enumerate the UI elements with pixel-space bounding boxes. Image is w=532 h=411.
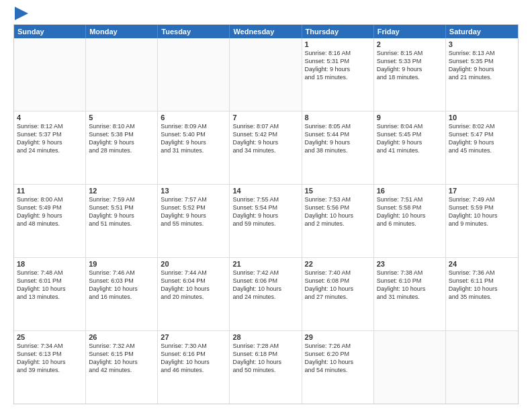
cell-text: Sunrise: 7:36 AM Sunset: 6:11 PM Dayligh… — [449, 269, 515, 302]
cell-text: Sunrise: 8:09 AM Sunset: 5:40 PM Dayligh… — [161, 122, 226, 155]
cell-text: Sunrise: 7:32 AM Sunset: 6:15 PM Dayligh… — [89, 342, 154, 375]
calendar-cell-3-6: 16Sunrise: 7:51 AM Sunset: 5:58 PM Dayli… — [374, 185, 446, 257]
day-number: 7 — [232, 113, 298, 122]
day-number: 17 — [449, 187, 515, 195]
calendar-cell-2-5: 8Sunrise: 8:05 AM Sunset: 5:44 PM Daylig… — [302, 111, 374, 184]
cell-text: Sunrise: 8:02 AM Sunset: 5:47 PM Dayligh… — [449, 122, 515, 155]
cell-text: Sunrise: 7:55 AM Sunset: 5:54 PM Dayligh… — [232, 195, 298, 228]
calendar-cell-5-5: 29Sunrise: 7:26 AM Sunset: 6:20 PM Dayli… — [302, 331, 374, 404]
day-number: 22 — [305, 260, 371, 268]
svg-marker-0 — [15, 7, 28, 20]
day-number: 23 — [377, 260, 443, 268]
cell-text: Sunrise: 8:05 AM Sunset: 5:44 PM Dayligh… — [305, 122, 371, 155]
calendar-header: SundayMondayTuesdayWednesdayThursdayFrid… — [14, 25, 518, 38]
cell-text: Sunrise: 7:42 AM Sunset: 6:06 PM Dayligh… — [232, 269, 298, 302]
calendar-cell-5-3: 27Sunrise: 7:30 AM Sunset: 6:16 PM Dayli… — [158, 331, 230, 404]
day-number: 1 — [305, 40, 371, 48]
cell-text: Sunrise: 7:34 AM Sunset: 6:13 PM Dayligh… — [17, 342, 83, 375]
day-number: 26 — [89, 333, 154, 341]
day-number: 21 — [232, 260, 298, 268]
calendar: SundayMondayTuesdayWednesdayThursdayFrid… — [13, 24, 519, 404]
cell-text: Sunrise: 7:26 AM Sunset: 6:20 PM Dayligh… — [305, 342, 371, 375]
calendar-cell-1-4 — [230, 38, 302, 111]
cell-text: Sunrise: 7:28 AM Sunset: 6:18 PM Dayligh… — [232, 342, 298, 375]
weekday-header-tuesday: Tuesday — [158, 25, 230, 38]
calendar-cell-4-4: 21Sunrise: 7:42 AM Sunset: 6:06 PM Dayli… — [230, 258, 302, 330]
cell-text: Sunrise: 7:40 AM Sunset: 6:08 PM Dayligh… — [305, 269, 371, 302]
day-number: 9 — [377, 113, 443, 122]
calendar-cell-5-2: 26Sunrise: 7:32 AM Sunset: 6:15 PM Dayli… — [86, 331, 158, 404]
header — [13, 12, 519, 17]
day-number: 11 — [17, 187, 83, 195]
day-number: 3 — [449, 40, 515, 48]
cell-text: Sunrise: 7:57 AM Sunset: 5:52 PM Dayligh… — [161, 195, 226, 228]
cell-text: Sunrise: 7:53 AM Sunset: 5:56 PM Dayligh… — [305, 195, 371, 228]
logo-icon — [15, 7, 28, 20]
calendar-row-1: 1Sunrise: 8:16 AM Sunset: 5:31 PM Daylig… — [14, 38, 518, 111]
day-number: 12 — [89, 187, 154, 195]
calendar-cell-3-2: 12Sunrise: 7:59 AM Sunset: 5:51 PM Dayli… — [86, 185, 158, 257]
calendar-cell-3-3: 13Sunrise: 7:57 AM Sunset: 5:52 PM Dayli… — [158, 185, 230, 257]
calendar-cell-1-3 — [158, 38, 230, 111]
calendar-cell-5-4: 28Sunrise: 7:28 AM Sunset: 6:18 PM Dayli… — [230, 331, 302, 404]
weekday-header-sunday: Sunday — [14, 25, 86, 38]
day-number: 14 — [232, 187, 298, 195]
calendar-row-5: 25Sunrise: 7:34 AM Sunset: 6:13 PM Dayli… — [14, 330, 518, 404]
day-number: 5 — [89, 113, 154, 122]
calendar-cell-5-1: 25Sunrise: 7:34 AM Sunset: 6:13 PM Dayli… — [14, 331, 86, 404]
cell-text: Sunrise: 7:59 AM Sunset: 5:51 PM Dayligh… — [89, 195, 154, 228]
calendar-cell-5-7 — [446, 331, 518, 404]
cell-text: Sunrise: 8:15 AM Sunset: 5:33 PM Dayligh… — [377, 49, 443, 82]
calendar-cell-2-6: 9Sunrise: 8:04 AM Sunset: 5:45 PM Daylig… — [374, 111, 446, 184]
calendar-cell-4-7: 24Sunrise: 7:36 AM Sunset: 6:11 PM Dayli… — [446, 258, 518, 330]
day-number: 24 — [449, 260, 515, 268]
calendar-cell-2-3: 6Sunrise: 8:09 AM Sunset: 5:40 PM Daylig… — [158, 111, 230, 184]
cell-text: Sunrise: 7:38 AM Sunset: 6:10 PM Dayligh… — [377, 269, 443, 302]
day-number: 27 — [161, 333, 226, 341]
calendar-cell-1-1 — [14, 38, 86, 111]
calendar-cell-2-2: 5Sunrise: 8:10 AM Sunset: 5:38 PM Daylig… — [86, 111, 158, 184]
calendar-cell-3-5: 15Sunrise: 7:53 AM Sunset: 5:56 PM Dayli… — [302, 185, 374, 257]
cell-text: Sunrise: 8:16 AM Sunset: 5:31 PM Dayligh… — [305, 49, 371, 82]
cell-text: Sunrise: 8:13 AM Sunset: 5:35 PM Dayligh… — [449, 49, 515, 82]
weekday-header-friday: Friday — [374, 25, 446, 38]
cell-text: Sunrise: 7:49 AM Sunset: 5:59 PM Dayligh… — [449, 195, 515, 228]
page: SundayMondayTuesdayWednesdayThursdayFrid… — [0, 0, 532, 411]
day-number: 18 — [17, 260, 83, 268]
calendar-cell-4-2: 19Sunrise: 7:46 AM Sunset: 6:03 PM Dayli… — [86, 258, 158, 330]
weekday-header-saturday: Saturday — [446, 25, 518, 38]
day-number: 25 — [17, 333, 83, 341]
day-number: 16 — [377, 187, 443, 195]
day-number: 28 — [232, 333, 298, 341]
cell-text: Sunrise: 7:51 AM Sunset: 5:58 PM Dayligh… — [377, 195, 443, 228]
calendar-row-2: 4Sunrise: 8:12 AM Sunset: 5:37 PM Daylig… — [14, 111, 518, 184]
calendar-cell-3-4: 14Sunrise: 7:55 AM Sunset: 5:54 PM Dayli… — [230, 185, 302, 257]
calendar-cell-3-7: 17Sunrise: 7:49 AM Sunset: 5:59 PM Dayli… — [446, 185, 518, 257]
calendar-cell-4-3: 20Sunrise: 7:44 AM Sunset: 6:04 PM Dayli… — [158, 258, 230, 330]
weekday-header-wednesday: Wednesday — [230, 25, 302, 38]
calendar-body: 1Sunrise: 8:16 AM Sunset: 5:31 PM Daylig… — [14, 38, 518, 404]
calendar-row-3: 11Sunrise: 8:00 AM Sunset: 5:49 PM Dayli… — [14, 184, 518, 257]
day-number: 8 — [305, 113, 371, 122]
calendar-cell-1-5: 1Sunrise: 8:16 AM Sunset: 5:31 PM Daylig… — [302, 38, 374, 111]
calendar-row-4: 18Sunrise: 7:48 AM Sunset: 6:01 PM Dayli… — [14, 257, 518, 330]
day-number: 10 — [449, 113, 515, 122]
cell-text: Sunrise: 8:04 AM Sunset: 5:45 PM Dayligh… — [377, 122, 443, 155]
calendar-cell-1-7: 3Sunrise: 8:13 AM Sunset: 5:35 PM Daylig… — [446, 38, 518, 111]
cell-text: Sunrise: 8:00 AM Sunset: 5:49 PM Dayligh… — [17, 195, 83, 228]
day-number: 6 — [161, 113, 226, 122]
cell-text: Sunrise: 7:44 AM Sunset: 6:04 PM Dayligh… — [161, 269, 226, 302]
weekday-header-monday: Monday — [86, 25, 158, 38]
logo — [13, 12, 28, 17]
cell-text: Sunrise: 7:46 AM Sunset: 6:03 PM Dayligh… — [89, 269, 154, 302]
calendar-cell-1-2 — [86, 38, 158, 111]
day-number: 4 — [17, 113, 83, 122]
day-number: 20 — [161, 260, 226, 268]
day-number: 13 — [161, 187, 226, 195]
cell-text: Sunrise: 8:07 AM Sunset: 5:42 PM Dayligh… — [232, 122, 298, 155]
calendar-cell-4-6: 23Sunrise: 7:38 AM Sunset: 6:10 PM Dayli… — [374, 258, 446, 330]
cell-text: Sunrise: 7:48 AM Sunset: 6:01 PM Dayligh… — [17, 269, 83, 302]
weekday-header-thursday: Thursday — [302, 25, 374, 38]
calendar-cell-2-1: 4Sunrise: 8:12 AM Sunset: 5:37 PM Daylig… — [14, 111, 86, 184]
calendar-cell-2-7: 10Sunrise: 8:02 AM Sunset: 5:47 PM Dayli… — [446, 111, 518, 184]
